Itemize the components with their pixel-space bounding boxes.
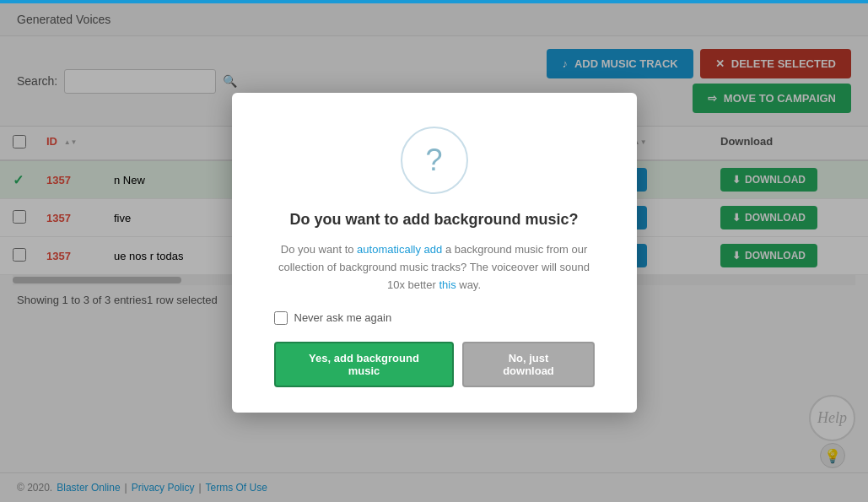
main-container: Generated Voices Search: 🔍 ♪ ADD MUSIC T… xyxy=(0,3,868,502)
modal-body-text3: way. xyxy=(456,278,481,291)
yes-add-music-button[interactable]: Yes, add background music xyxy=(274,342,455,387)
modal-title: Do you want to add background music? xyxy=(274,211,595,229)
modal-overlay: ? Do you want to add background music? D… xyxy=(0,3,868,502)
question-mark: ? xyxy=(425,143,442,178)
modal-question-icon: ? xyxy=(401,127,468,194)
no-just-download-button[interactable]: No, just download xyxy=(462,342,594,387)
modal-dialog: ? Do you want to add background music? D… xyxy=(232,93,637,412)
modal-buttons: Yes, add background music No, just downl… xyxy=(274,342,595,387)
never-ask-label[interactable]: Never ask me again xyxy=(294,311,392,324)
modal-body-highlight1: automatically add xyxy=(357,243,442,256)
modal-body-highlight2: this xyxy=(439,278,456,291)
modal-checkbox-row: Never ask me again xyxy=(274,311,595,325)
never-ask-checkbox[interactable] xyxy=(274,311,288,325)
modal-body: Do you want to automatically add a backg… xyxy=(274,241,595,294)
modal-body-text1: Do you want to xyxy=(281,243,357,256)
